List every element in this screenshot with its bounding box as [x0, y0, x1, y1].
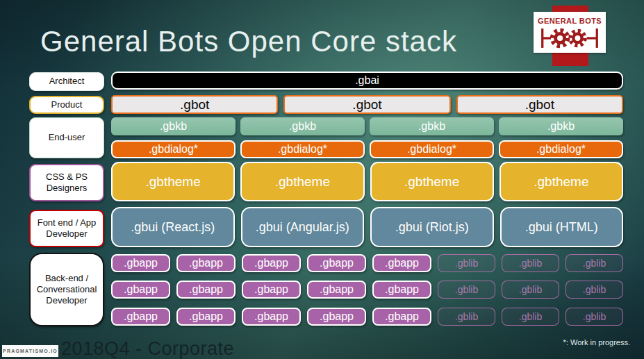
gbtheme-row: .gbtheme .gbtheme .gbtheme .gbtheme: [111, 162, 623, 201]
row-label-css-ps-designers: CSS & PS Designers: [29, 164, 104, 201]
gblib-bar: .gblib: [502, 281, 559, 299]
backend-row-2: .gbapp .gbapp .gbapp .gbapp .gbapp .gbli…: [111, 281, 623, 299]
gbapp-bar: .gbapp: [111, 254, 170, 272]
gbapp-bar: .gbapp: [176, 281, 236, 299]
backend-row-1: .gbapp .gbapp .gbapp .gbapp .gbapp .gbli…: [111, 254, 623, 272]
gbui-riot-bar: .gbui (Riot.js): [370, 207, 494, 247]
footer-caption: 2018Q4 - Corporate: [61, 338, 234, 359]
gbui-react-bar: .gbui (React.js): [111, 207, 235, 247]
row-label-backend-conversational-developer: Back-end / Conversational Developer: [29, 253, 104, 326]
gbui-angular-bar: .gbui (Angular.js): [241, 207, 365, 247]
gbapp-bar: .gbapp: [372, 308, 431, 326]
gbkb-bar: .gbkb: [499, 117, 623, 135]
pragmatismo-brand-badge: PRAGMATISMO.IO: [2, 345, 58, 357]
backend-row-3: .gbapp .gbapp .gbapp .gbapp .gbapp .gbli…: [111, 308, 623, 326]
gbdialog-row: .gbdialog* .gbdialog* .gbdialog* .gbdial…: [111, 140, 623, 158]
gbapp-bar: .gbapp: [111, 281, 170, 299]
gbtheme-bar: .gbtheme: [240, 162, 364, 201]
gbai-row: .gbai: [111, 72, 623, 90]
row-label-text: Back-end / Conversational Developer: [35, 273, 99, 307]
gbdialog-bar: .gbdialog*: [499, 140, 623, 158]
gbkb-row: .gbkb .gbkb .gbkb .gbkb: [111, 117, 623, 135]
gblib-bar: .gblib: [438, 308, 495, 326]
gblib-bar: .gblib: [565, 308, 623, 326]
gbui-html-bar: .gbui (HTML): [500, 207, 624, 247]
gbapp-bar: .gbapp: [111, 308, 170, 326]
gbapp-bar: .gbapp: [242, 281, 301, 299]
gbapp-bar: .gbapp: [176, 308, 236, 326]
gbapp-bar: .gbapp: [307, 281, 366, 299]
gblib-bar: .gblib: [438, 281, 495, 299]
row-label-end-user: End-user: [29, 117, 104, 158]
gbtheme-bar: .gbtheme: [499, 162, 623, 201]
gblib-bar: .gblib: [502, 254, 559, 272]
row-label-frontend-app-developer: Font end / App Developer: [29, 210, 104, 247]
gblib-bar: .gblib: [438, 254, 495, 272]
gbapp-bar: .gbapp: [372, 254, 431, 272]
gears-icon: [538, 26, 602, 51]
gbdialog-bar: .gbdialog*: [240, 140, 365, 158]
gbapp-bar: .gbapp: [307, 254, 366, 272]
gbkb-bar: .gbkb: [240, 117, 365, 135]
page-title: General Bots Open Core stack: [40, 26, 457, 57]
gbapp-bar: .gbapp: [307, 308, 366, 326]
gblib-bar: .gblib: [502, 308, 559, 326]
row-label-text: Architect: [49, 76, 85, 87]
row-label-text: End-user: [49, 132, 85, 143]
work-in-progress-note: *: Work in progress.: [531, 338, 630, 347]
slide: General Bots Open Core stack GENERAL BOT…: [0, 0, 644, 359]
gbapp-bar: .gbapp: [242, 308, 301, 326]
gbui-row: .gbui (React.js) .gbui (Angular.js) .gbu…: [111, 207, 623, 247]
gbtheme-bar: .gbtheme: [111, 162, 235, 201]
row-label-text: Font end / App Developer: [35, 217, 99, 240]
row-label-product: Product: [29, 96, 104, 114]
gbot-bar: .gbot: [111, 95, 278, 114]
gbkb-bar: .gbkb: [370, 117, 494, 135]
gbot-bar: .gbot: [283, 95, 450, 114]
gbdialog-bar: .gbdialog*: [111, 140, 236, 158]
gblib-bar: .gblib: [565, 254, 623, 272]
gbot-bar: .gbot: [456, 95, 623, 114]
gbkb-bar: .gbkb: [111, 117, 236, 135]
gbapp-bar: .gbapp: [372, 281, 431, 299]
gbtheme-bar: .gbtheme: [370, 162, 494, 201]
row-label-text: Product: [51, 99, 83, 110]
row-label-text: CSS & PS Designers: [35, 172, 99, 194]
general-bots-logo: GENERAL BOTS: [534, 12, 606, 53]
gbdialog-bar: .gbdialog*: [370, 140, 494, 158]
row-label-architect: Architect: [29, 72, 104, 91]
gbai-bar: .gbai: [111, 72, 623, 90]
gbot-row: .gbot .gbot .gbot: [111, 95, 623, 114]
gbapp-bar: .gbapp: [176, 254, 236, 272]
gbapp-bar: .gbapp: [242, 254, 301, 272]
logo-wordmark: GENERAL BOTS: [538, 17, 602, 25]
gblib-bar: .gblib: [565, 281, 623, 299]
